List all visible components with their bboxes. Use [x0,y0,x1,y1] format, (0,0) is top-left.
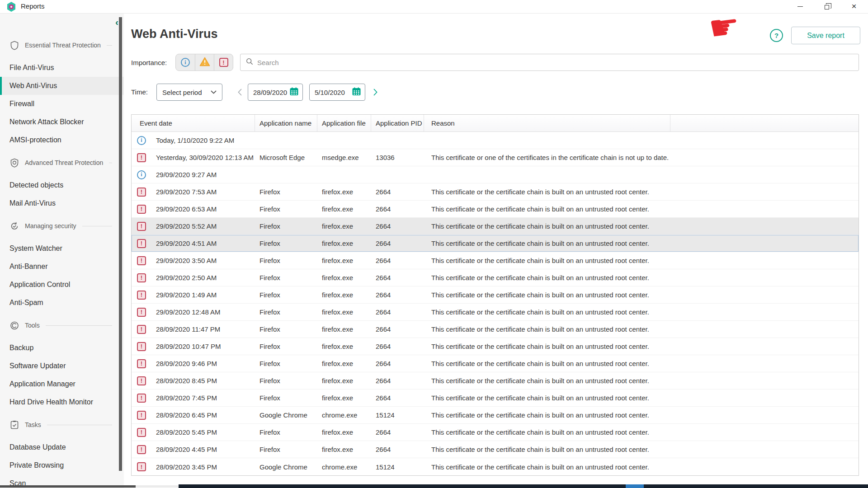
application-name-cell: Firefox [255,201,317,217]
sidebar-item-label: Anti-Spam [9,299,43,307]
search-input[interactable] [257,59,853,66]
column-header-event-date[interactable]: Event date [132,115,255,131]
sidebar-item-private-browsing[interactable]: Private Browsing [0,456,124,474]
sidebar-section-tasks: Tasks [0,416,124,434]
application-pid-cell: 2664 [371,183,424,200]
help-button[interactable]: ? [770,29,783,42]
event-row[interactable]: !28/09/2020 8:45 PMFirefoxfirefox.exe266… [132,372,859,389]
event-row[interactable]: !29/09/2020 2:50 AMFirefoxfirefox.exe266… [132,269,859,286]
restore-button[interactable] [817,0,837,13]
empty-cell [670,424,859,441]
sidebar-vertical-scrollbar[interactable] [119,17,122,471]
sidebar-item-anti-banner[interactable]: Anti-Banner [0,258,124,276]
chevron-right-icon [373,89,377,96]
event-row[interactable]: !28/09/2020 3:45 PMGoogle Chromechrome.e… [132,458,859,475]
event-row[interactable]: !28/09/2020 9:46 PMFirefoxfirefox.exe266… [132,355,859,372]
save-report-button[interactable]: Save report [791,27,860,44]
section-divider [82,226,112,226]
date-from-field[interactable]: 28/09/2020 [248,84,303,101]
event-row[interactable]: !29/09/2020 7:53 AMFirefoxfirefox.exe266… [132,183,859,201]
reason-cell: This certificate or the certificate chai… [424,407,670,423]
importance-warning-button[interactable] [195,54,214,70]
period-select[interactable]: Select period [156,84,222,101]
critical-icon: ! [137,376,146,385]
application-file-cell: firefox.exe [317,252,371,269]
critical-icon: ! [137,205,146,214]
sidebar-item-firewall[interactable]: Firewall [0,95,124,113]
application-pid-cell: 2664 [371,235,424,252]
sidebar-item-label: System Watcher [9,244,62,253]
reason-cell: This certificate or the certificate chai… [424,201,670,217]
column-header-reason[interactable]: Reason [424,115,670,131]
sidebar-item-database-update[interactable]: Database Update [0,438,124,456]
event-row[interactable]: !29/09/2020 6:53 AMFirefoxfirefox.exe266… [132,201,859,218]
critical-icon: ! [137,239,146,248]
sidebar-item-label: Anti-Banner [9,263,48,271]
column-header-application-file[interactable]: Application file [317,115,371,131]
reason-cell [424,132,670,149]
event-date: 29/09/2020 7:53 AM [156,188,217,196]
critical-icon: ! [137,428,146,437]
critical-icon: ! [219,58,228,67]
event-row[interactable]: !28/09/2020 6:45 PMGoogle Chromechrome.e… [132,407,859,424]
sidebar-item-detected-objects[interactable]: Detected objects [0,176,124,194]
event-row[interactable]: iToday, 1/10/2020 9:22 AM [132,132,859,149]
sidebar-item-application-control[interactable]: Application Control [0,276,124,294]
critical-icon: ! [137,188,146,197]
sidebar-item-mail-anti-virus[interactable]: Mail Anti-Virus [0,194,124,212]
column-header-application-name[interactable]: Application name [255,115,317,131]
previous-period-button[interactable] [235,87,244,97]
event-row[interactable]: !28/09/2020 11:47 PMFirefoxfirefox.exe26… [132,321,859,338]
application-name-cell: Firefox [255,372,317,389]
sidebar-item-label: Application Manager [9,380,75,388]
sidebar-horizontal-scrollbar[interactable] [0,485,136,488]
event-row[interactable]: !Yesterday, 30/09/2020 12:13 AMMicrosoft… [132,149,859,166]
event-row[interactable]: i29/09/2020 9:27 AM [132,166,859,183]
date-from-value: 28/09/2020 [253,89,287,96]
application-file-cell: firefox.exe [317,321,371,338]
sidebar-item-system-watcher[interactable]: System Watcher [0,239,124,258]
sidebar-item-backup[interactable]: Backup [0,339,124,357]
sidebar-collapse-icon[interactable]: ‹ [115,17,118,27]
event-row[interactable]: !29/09/2020 1:49 AMFirefoxfirefox.exe266… [132,286,859,304]
sidebar-item-web-anti-virus[interactable]: Web Anti-Virus [0,77,124,95]
calendar-icon [290,87,298,97]
reason-cell: This certificate or the certificate chai… [424,321,670,338]
importance-info-button[interactable]: i [176,54,195,70]
application-pid-cell: 15124 [371,407,424,423]
sidebar-item-software-updater[interactable]: Software Updater [0,357,124,375]
empty-cell [670,407,859,423]
sidebar: ‹ Essential Threat ProtectionFile Anti-V… [0,14,124,488]
application-pid-cell [371,132,424,149]
date-to-field[interactable]: 5/10/2020 [309,84,365,101]
empty-cell [670,355,859,372]
event-row[interactable]: !28/09/2020 10:47 PMFirefoxfirefox.exe26… [132,338,859,355]
sidebar-item-anti-spam[interactable]: Anti-Spam [0,294,124,312]
sidebar-item-amsi-protection[interactable]: AMSI-protection [0,131,124,149]
event-row[interactable]: !28/09/2020 5:45 PMFirefoxfirefox.exe266… [132,424,859,441]
column-header-application-pid[interactable]: Application PID [371,115,424,131]
next-period-button[interactable] [371,87,380,97]
critical-icon: ! [137,445,146,454]
event-row[interactable]: !28/09/2020 4:45 PMFirefoxfirefox.exe266… [132,441,859,458]
event-date: 28/09/2020 9:46 PM [156,360,217,367]
minimize-button[interactable] [790,0,810,13]
reason-cell: This certificate or the certificate chai… [424,458,670,475]
sidebar-item-label: Software Updater [9,362,66,370]
sidebar-item-file-anti-virus[interactable]: File Anti-Virus [0,59,124,77]
importance-critical-button[interactable]: ! [214,54,233,70]
sidebar-item-hard-drive-health-monitor[interactable]: Hard Drive Health Monitor [0,393,124,411]
event-row[interactable]: !28/09/2020 7:45 PMFirefoxfirefox.exe266… [132,389,859,407]
event-row[interactable]: !29/09/2020 4:51 AMFirefoxfirefox.exe266… [132,235,859,252]
application-name-cell: Firefox [255,441,317,458]
critical-icon: ! [137,153,146,162]
sidebar-item-label: Database Update [9,443,66,451]
event-row[interactable]: !29/09/2020 3:50 AMFirefoxfirefox.exe266… [132,252,859,269]
close-button[interactable]: × [844,0,864,13]
event-row[interactable]: !29/09/2020 12:48 AMFirefoxfirefox.exe26… [132,304,859,321]
page-title: Web Anti-Virus [131,27,218,41]
application-name-cell: Firefox [255,269,317,286]
sidebar-item-application-manager[interactable]: Application Manager [0,375,124,393]
event-row[interactable]: !29/09/2020 5:52 AMFirefoxfirefox.exe266… [132,218,859,235]
sidebar-item-network-attack-blocker[interactable]: Network Attack Blocker [0,113,124,131]
